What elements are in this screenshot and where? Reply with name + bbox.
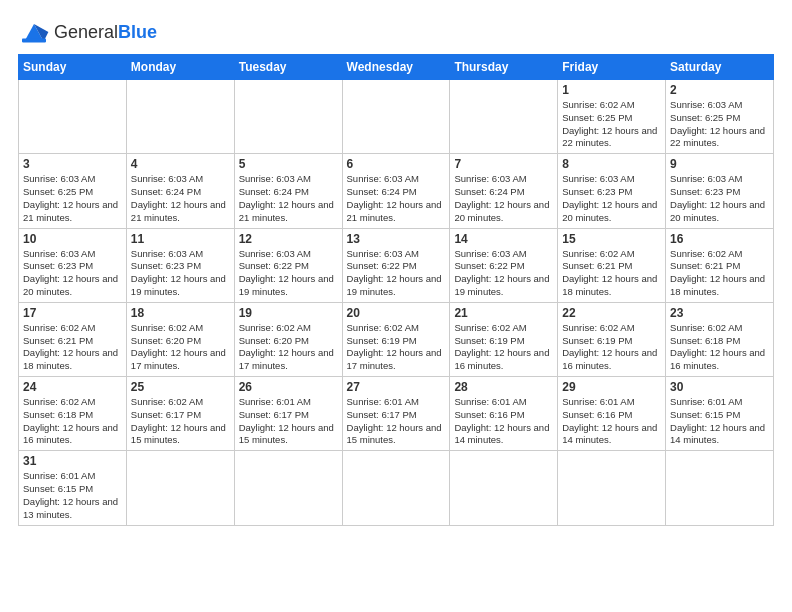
week-row-3: 10Sunrise: 6:03 AM Sunset: 6:23 PM Dayli… xyxy=(19,228,774,302)
day-cell: 11Sunrise: 6:03 AM Sunset: 6:23 PM Dayli… xyxy=(126,228,234,302)
day-info: Sunrise: 6:02 AM Sunset: 6:20 PM Dayligh… xyxy=(131,322,230,373)
logo-icon xyxy=(18,16,50,48)
day-cell: 19Sunrise: 6:02 AM Sunset: 6:20 PM Dayli… xyxy=(234,302,342,376)
day-info: Sunrise: 6:01 AM Sunset: 6:17 PM Dayligh… xyxy=(347,396,446,447)
weekday-header-sunday: Sunday xyxy=(19,55,127,80)
day-info: Sunrise: 6:03 AM Sunset: 6:23 PM Dayligh… xyxy=(562,173,661,224)
day-info: Sunrise: 6:03 AM Sunset: 6:22 PM Dayligh… xyxy=(454,248,553,299)
weekday-header-saturday: Saturday xyxy=(666,55,774,80)
day-number: 22 xyxy=(562,306,661,320)
day-number: 29 xyxy=(562,380,661,394)
day-cell: 5Sunrise: 6:03 AM Sunset: 6:24 PM Daylig… xyxy=(234,154,342,228)
day-info: Sunrise: 6:02 AM Sunset: 6:25 PM Dayligh… xyxy=(562,99,661,150)
day-number: 2 xyxy=(670,83,769,97)
day-number: 16 xyxy=(670,232,769,246)
calendar-page: GeneralBlue SundayMondayTuesdayWednesday… xyxy=(0,0,792,612)
week-row-6: 31Sunrise: 6:01 AM Sunset: 6:15 PM Dayli… xyxy=(19,451,774,525)
day-info: Sunrise: 6:03 AM Sunset: 6:24 PM Dayligh… xyxy=(239,173,338,224)
svg-rect-2 xyxy=(22,38,46,42)
day-info: Sunrise: 6:02 AM Sunset: 6:19 PM Dayligh… xyxy=(347,322,446,373)
week-row-2: 3Sunrise: 6:03 AM Sunset: 6:25 PM Daylig… xyxy=(19,154,774,228)
day-cell: 10Sunrise: 6:03 AM Sunset: 6:23 PM Dayli… xyxy=(19,228,127,302)
day-number: 8 xyxy=(562,157,661,171)
day-info: Sunrise: 6:03 AM Sunset: 6:23 PM Dayligh… xyxy=(131,248,230,299)
day-cell xyxy=(126,451,234,525)
day-info: Sunrise: 6:03 AM Sunset: 6:23 PM Dayligh… xyxy=(670,173,769,224)
day-number: 9 xyxy=(670,157,769,171)
day-cell: 25Sunrise: 6:02 AM Sunset: 6:17 PM Dayli… xyxy=(126,377,234,451)
day-cell: 21Sunrise: 6:02 AM Sunset: 6:19 PM Dayli… xyxy=(450,302,558,376)
day-number: 28 xyxy=(454,380,553,394)
day-cell: 28Sunrise: 6:01 AM Sunset: 6:16 PM Dayli… xyxy=(450,377,558,451)
day-number: 17 xyxy=(23,306,122,320)
day-cell: 12Sunrise: 6:03 AM Sunset: 6:22 PM Dayli… xyxy=(234,228,342,302)
day-cell xyxy=(19,80,127,154)
day-number: 24 xyxy=(23,380,122,394)
day-cell: 8Sunrise: 6:03 AM Sunset: 6:23 PM Daylig… xyxy=(558,154,666,228)
day-cell: 7Sunrise: 6:03 AM Sunset: 6:24 PM Daylig… xyxy=(450,154,558,228)
day-cell xyxy=(342,451,450,525)
day-cell: 3Sunrise: 6:03 AM Sunset: 6:25 PM Daylig… xyxy=(19,154,127,228)
weekday-header-thursday: Thursday xyxy=(450,55,558,80)
day-cell: 2Sunrise: 6:03 AM Sunset: 6:25 PM Daylig… xyxy=(666,80,774,154)
day-info: Sunrise: 6:03 AM Sunset: 6:22 PM Dayligh… xyxy=(239,248,338,299)
day-cell xyxy=(234,80,342,154)
day-cell: 24Sunrise: 6:02 AM Sunset: 6:18 PM Dayli… xyxy=(19,377,127,451)
day-cell: 31Sunrise: 6:01 AM Sunset: 6:15 PM Dayli… xyxy=(19,451,127,525)
day-info: Sunrise: 6:02 AM Sunset: 6:21 PM Dayligh… xyxy=(670,248,769,299)
calendar-table: SundayMondayTuesdayWednesdayThursdayFrid… xyxy=(18,54,774,526)
day-number: 6 xyxy=(347,157,446,171)
day-info: Sunrise: 6:01 AM Sunset: 6:15 PM Dayligh… xyxy=(670,396,769,447)
day-info: Sunrise: 6:03 AM Sunset: 6:23 PM Dayligh… xyxy=(23,248,122,299)
day-cell xyxy=(126,80,234,154)
day-number: 13 xyxy=(347,232,446,246)
weekday-header-friday: Friday xyxy=(558,55,666,80)
weekday-header-row: SundayMondayTuesdayWednesdayThursdayFrid… xyxy=(19,55,774,80)
day-info: Sunrise: 6:03 AM Sunset: 6:24 PM Dayligh… xyxy=(131,173,230,224)
day-cell: 15Sunrise: 6:02 AM Sunset: 6:21 PM Dayli… xyxy=(558,228,666,302)
day-cell: 9Sunrise: 6:03 AM Sunset: 6:23 PM Daylig… xyxy=(666,154,774,228)
day-info: Sunrise: 6:01 AM Sunset: 6:15 PM Dayligh… xyxy=(23,470,122,521)
day-cell: 1Sunrise: 6:02 AM Sunset: 6:25 PM Daylig… xyxy=(558,80,666,154)
day-info: Sunrise: 6:02 AM Sunset: 6:20 PM Dayligh… xyxy=(239,322,338,373)
day-cell: 4Sunrise: 6:03 AM Sunset: 6:24 PM Daylig… xyxy=(126,154,234,228)
week-row-5: 24Sunrise: 6:02 AM Sunset: 6:18 PM Dayli… xyxy=(19,377,774,451)
day-info: Sunrise: 6:02 AM Sunset: 6:18 PM Dayligh… xyxy=(23,396,122,447)
day-number: 12 xyxy=(239,232,338,246)
day-cell: 27Sunrise: 6:01 AM Sunset: 6:17 PM Dayli… xyxy=(342,377,450,451)
weekday-header-tuesday: Tuesday xyxy=(234,55,342,80)
day-cell: 23Sunrise: 6:02 AM Sunset: 6:18 PM Dayli… xyxy=(666,302,774,376)
day-number: 15 xyxy=(562,232,661,246)
day-number: 11 xyxy=(131,232,230,246)
day-number: 25 xyxy=(131,380,230,394)
day-number: 10 xyxy=(23,232,122,246)
logo: GeneralBlue xyxy=(18,16,157,48)
day-cell xyxy=(342,80,450,154)
day-info: Sunrise: 6:03 AM Sunset: 6:25 PM Dayligh… xyxy=(670,99,769,150)
day-number: 3 xyxy=(23,157,122,171)
day-cell: 17Sunrise: 6:02 AM Sunset: 6:21 PM Dayli… xyxy=(19,302,127,376)
day-cell: 6Sunrise: 6:03 AM Sunset: 6:24 PM Daylig… xyxy=(342,154,450,228)
day-cell xyxy=(666,451,774,525)
weekday-header-monday: Monday xyxy=(126,55,234,80)
day-info: Sunrise: 6:02 AM Sunset: 6:21 PM Dayligh… xyxy=(562,248,661,299)
day-number: 5 xyxy=(239,157,338,171)
day-info: Sunrise: 6:03 AM Sunset: 6:22 PM Dayligh… xyxy=(347,248,446,299)
day-cell: 16Sunrise: 6:02 AM Sunset: 6:21 PM Dayli… xyxy=(666,228,774,302)
day-number: 19 xyxy=(239,306,338,320)
day-cell xyxy=(558,451,666,525)
day-number: 18 xyxy=(131,306,230,320)
day-cell: 18Sunrise: 6:02 AM Sunset: 6:20 PM Dayli… xyxy=(126,302,234,376)
day-info: Sunrise: 6:01 AM Sunset: 6:17 PM Dayligh… xyxy=(239,396,338,447)
day-info: Sunrise: 6:02 AM Sunset: 6:19 PM Dayligh… xyxy=(454,322,553,373)
day-number: 14 xyxy=(454,232,553,246)
day-number: 30 xyxy=(670,380,769,394)
day-number: 20 xyxy=(347,306,446,320)
day-cell xyxy=(234,451,342,525)
day-cell: 22Sunrise: 6:02 AM Sunset: 6:19 PM Dayli… xyxy=(558,302,666,376)
weekday-header-wednesday: Wednesday xyxy=(342,55,450,80)
day-cell: 29Sunrise: 6:01 AM Sunset: 6:16 PM Dayli… xyxy=(558,377,666,451)
day-info: Sunrise: 6:03 AM Sunset: 6:25 PM Dayligh… xyxy=(23,173,122,224)
day-number: 4 xyxy=(131,157,230,171)
day-number: 7 xyxy=(454,157,553,171)
